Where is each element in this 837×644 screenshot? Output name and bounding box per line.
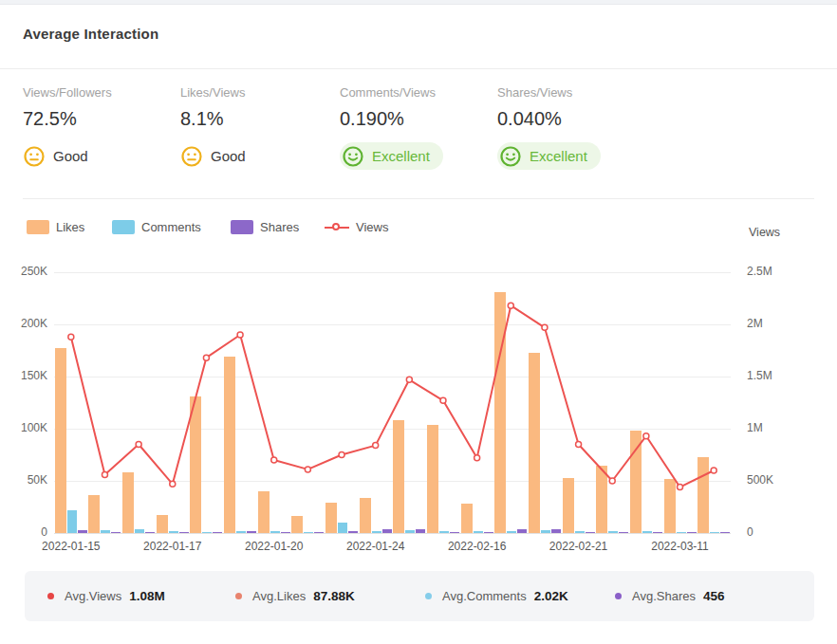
avg-likes-item: Avg.Likes 87.88K [235,571,355,621]
x-axis-tick: 2022-01-20 [245,540,303,553]
stat-views-followers: Views/Followers 72.5% Good [23,85,175,172]
legend-label: Comments [141,220,201,234]
avg-label: Avg.Comments [442,589,527,603]
views-data-point[interactable] [542,324,548,330]
views-line-marker-icon [325,220,349,234]
x-axis-tick: 2022-03-11 [651,540,709,553]
legend-label: Likes [56,220,84,234]
stat-value: 0.040% [497,108,649,130]
x-axis-tick: 2022-01-24 [346,540,404,553]
right-axis-tick: 500K [747,473,804,487]
views-data-point[interactable] [373,443,379,449]
views-data-point[interactable] [576,442,582,448]
avg-views-dot-icon [47,593,54,599]
avg-shares-item: Avg.Shares 456 [615,571,725,621]
legend-item-views[interactable]: Views [325,220,388,234]
avg-value: 2.02K [534,589,568,603]
legend-item-comments[interactable]: Comments [112,220,201,234]
views-data-point[interactable] [68,334,74,340]
neutral-face-icon [180,145,203,168]
right-axis-tick: 2M [747,317,804,330]
x-axis-tick: 2022-01-17 [143,540,201,553]
left-axis-tick: 50K [0,473,47,487]
stat-label: Shares/Views [497,85,649,100]
views-data-point[interactable] [609,478,615,484]
views-data-point[interactable] [406,377,412,382]
views-data-point[interactable] [643,433,649,439]
views-data-point[interactable] [203,355,209,360]
views-data-point[interactable] [305,467,310,472]
views-data-point[interactable] [678,485,683,490]
stats-divider [23,198,814,199]
left-axis-tick: 250K [0,265,47,278]
rating-badge: Excellent [340,142,443,170]
views-data-point[interactable] [136,442,141,448]
right-axis-tick: 2.5M [747,265,804,278]
right-axis-tick: 0 [747,525,804,539]
legend-label: Shares [260,220,299,234]
legend-label: Views [356,220,388,234]
left-axis-tick: 0 [0,525,47,539]
rating-badge: Excellent [497,142,601,170]
avg-value: 87.88K [313,589,355,603]
avg-value: 456 [703,589,725,603]
chart-plot: 250K2.5M200K2M150K1.5M100K1M50K500K00202… [54,272,731,533]
stat-value: 72.5% [23,108,175,130]
avg-label: Avg.Likes [252,589,306,603]
avg-likes-dot-icon [235,593,242,599]
avg-label: Avg.Views [65,589,121,603]
avg-value: 1.08M [129,589,165,603]
left-axis-tick: 150K [0,369,47,382]
views-data-point[interactable] [474,455,480,461]
comments-swatch-icon [112,220,135,234]
right-axis-tick: 1.5M [747,369,804,382]
stat-shares-views: Shares/Views 0.040% Excellent [497,85,649,172]
smile-face-icon [499,145,522,168]
page-top-strip [0,0,837,5]
rating-text: Excellent [372,148,430,164]
averages-summary-bar: Avg.Views 1.08M Avg.Likes 87.88K Avg.Com… [25,571,814,621]
gridline [54,533,731,534]
x-axis-tick: 2022-02-16 [448,540,506,553]
legend-item-shares[interactable]: Shares [231,220,299,234]
stat-label: Views/Followers [23,85,175,100]
views-data-point[interactable] [237,332,243,338]
views-data-point[interactable] [440,397,446,403]
x-axis-tick: 2022-02-21 [549,540,607,553]
views-data-point[interactable] [271,457,277,463]
x-axis-tick: 2022-01-15 [42,540,100,553]
avg-label: Avg.Shares [632,589,696,603]
stat-label: Comments/Views [340,85,492,100]
stat-value: 0.190% [340,108,492,130]
stat-label: Likes/Views [180,85,332,100]
views-data-point[interactable] [170,481,176,487]
views-data-point[interactable] [102,471,107,477]
avg-views-item: Avg.Views 1.08M [47,571,165,621]
rating-text: Good [211,148,246,164]
legend-item-likes[interactable]: Likes [27,220,84,234]
avg-comments-item: Avg.Comments 2.02K [425,571,568,621]
views-data-point[interactable] [339,452,344,458]
views-data-point[interactable] [711,468,716,473]
stat-likes-views: Likes/Views 8.1% Good [180,85,332,172]
stat-comments-views: Comments/Views 0.190% Excellent [340,85,492,172]
shares-swatch-icon [231,220,253,234]
rating-text: Excellent [530,148,587,164]
rating-badge: Good [23,142,88,170]
rating-badge: Good [180,142,246,170]
views-line-series [54,272,731,533]
neutral-face-icon [23,145,46,168]
smile-face-icon [342,145,364,168]
views-data-point[interactable] [508,303,513,308]
left-axis-tick: 100K [0,421,47,434]
panel-title: Average Interaction [23,26,158,42]
avg-comments-dot-icon [425,593,432,599]
average-interaction-panel: Average Interaction Views/Followers 72.5… [0,0,837,644]
right-axis-title: Views [749,226,780,239]
avg-shares-dot-icon [615,593,622,599]
left-axis-tick: 200K [0,317,47,330]
right-axis-tick: 1M [747,421,804,434]
stat-value: 8.1% [180,108,332,130]
title-divider [0,68,837,69]
rating-text: Good [53,148,88,164]
